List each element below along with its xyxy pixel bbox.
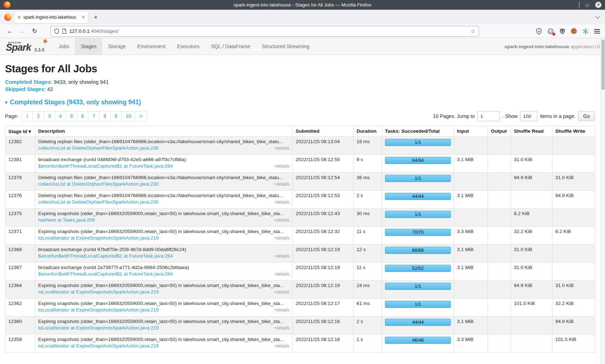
details-toggle[interactable]: +details	[274, 164, 290, 169]
stage-callsite-link[interactable]: collectAsList at DeleteOrphanFilesSparkA…	[38, 145, 158, 151]
skipped-stages-value: 42	[47, 86, 53, 92]
reload-button[interactable]: ↻	[29, 27, 40, 36]
table-row: 12371 Expiring snapshots (older_than=166…	[5, 227, 595, 245]
cookie-icon[interactable]	[571, 28, 577, 34]
tasks-cell: 44/44	[382, 191, 454, 209]
pagination-controls: 10 Pages. Jump to . Show items in a page…	[433, 111, 595, 121]
details-toggle[interactable]: +details	[274, 146, 290, 151]
duration-cell: 12 s	[354, 245, 382, 263]
page-button[interactable]: 4	[55, 111, 66, 121]
nav-item-stages[interactable]: Stages	[75, 38, 102, 55]
scrollbar-thumb[interactable]	[601, 40, 605, 90]
details-toggle[interactable]: +details	[274, 272, 290, 277]
stage-description: Deleting orphan files (older_than=166910…	[38, 193, 290, 198]
task-progress-label: 1/1	[414, 140, 421, 145]
column-header[interactable]: Submitted	[293, 126, 354, 137]
new-tab-button[interactable]: +	[91, 13, 100, 22]
stage-callsite-link[interactable]: collectAsList at DeleteOrphanFilesSparkA…	[38, 181, 158, 187]
stage-callsite-link[interactable]: hasNext at Tasks.java:209	[38, 217, 95, 223]
spark-logo[interactable]: APACHE Spark ★ 3.3.0	[4, 38, 48, 55]
scrollbar[interactable]	[600, 38, 605, 364]
nav-item-storage[interactable]: Storage	[102, 38, 131, 55]
stage-callsite-link[interactable]: toLocalIterator at ExpireSnapshotsSparkA…	[38, 289, 159, 295]
stage-callsite-link[interactable]: $anonfun$withThreadLocalCaptured$1 at Fu…	[38, 253, 173, 259]
jump-to-page-input[interactable]	[478, 111, 500, 121]
nav-item-jobs[interactable]: Jobs	[53, 38, 75, 55]
page-button[interactable]: 6	[77, 111, 89, 121]
page-button[interactable]: 9	[110, 111, 122, 121]
task-progress-label: 1/1	[414, 283, 421, 289]
mask-icon[interactable]	[547, 28, 554, 35]
page-label: Page:	[5, 113, 18, 119]
minimize-button[interactable]	[579, 2, 579, 8]
page-button[interactable]: 10	[121, 111, 136, 121]
nav-item-executors[interactable]: Executors	[171, 38, 205, 55]
stage-callsite-link[interactable]: $anonfun$withThreadLocalCaptured$1 at Fu…	[38, 163, 173, 169]
back-button[interactable]: ←	[4, 27, 16, 36]
close-button[interactable]: ×	[595, 2, 601, 8]
details-toggle[interactable]: +details	[274, 343, 290, 349]
details-toggle[interactable]: +details	[274, 308, 290, 313]
page-button[interactable]: 7	[88, 111, 99, 121]
tab-list-chevron-icon[interactable]	[595, 14, 600, 19]
ublock-shield-icon[interactable]	[559, 28, 565, 35]
stage-callsite-link[interactable]: $anonfun$withThreadLocalCaptured$1 at Fu…	[38, 271, 173, 277]
url-bar[interactable]: 127.0.0.1:4040/stages/ ☆	[50, 26, 479, 37]
stage-callsite-link[interactable]: toLocalIterator at ExpireSnapshotsSparkA…	[38, 235, 159, 241]
stage-description: Expiring snapshots (older_than=166932055…	[38, 337, 290, 342]
next-page-button[interactable]: >	[135, 111, 147, 121]
main-content: Stages for All Jobs Completed Stages: 94…	[0, 63, 605, 352]
shield-check-icon[interactable]	[536, 28, 542, 35]
page-button[interactable]: 2	[32, 111, 44, 121]
page-button[interactable]: 8	[99, 111, 111, 121]
details-toggle[interactable]: +details	[274, 254, 290, 259]
browser-tab[interactable]: ★ spark-ingest-into-lakehous ×	[14, 12, 88, 23]
column-header[interactable]: Input	[454, 126, 488, 137]
stage-description: Expiring snapshots (older_than=166932055…	[38, 283, 290, 288]
show-label: . Show	[502, 113, 518, 119]
completed-stages-section-toggle[interactable]: ▾ Completed Stages (9433, only showing 9…	[5, 99, 600, 106]
submitted-cell: 2022/11/25 08:12:55	[293, 155, 354, 173]
page-button[interactable]: 3	[44, 111, 55, 121]
duration-cell: 24 ms	[354, 281, 382, 299]
nav-item-structured-streaming[interactable]: Structured Streaming	[256, 38, 315, 55]
column-header[interactable]: Shuffle Write	[552, 126, 595, 137]
stage-callsite-link[interactable]: collectAsList at DeleteOrphanFilesSparkA…	[38, 199, 158, 205]
column-header[interactable]: Stage Id ▾	[5, 126, 35, 137]
column-header[interactable]: Output	[488, 126, 511, 137]
stage-id-cell: 12378	[5, 173, 35, 191]
column-header[interactable]: Tasks: Succeeded/Total	[382, 126, 454, 137]
page-icon	[62, 28, 67, 34]
details-toggle[interactable]: +details	[274, 182, 290, 187]
shuffle-write-cell	[552, 137, 595, 155]
input-cell: 3.1 MiB	[454, 245, 488, 263]
page-button[interactable]: 5	[66, 111, 77, 121]
input-cell	[454, 209, 488, 227]
tab-close-button[interactable]: ×	[81, 14, 85, 20]
details-toggle[interactable]: +details	[274, 290, 290, 295]
stage-callsite-link[interactable]: toLocalIterator at ExpireSnapshotsSparkA…	[38, 325, 159, 331]
details-toggle[interactable]: +details	[274, 218, 290, 223]
asterisk-icon[interactable]	[582, 28, 589, 35]
page-button[interactable]: 1	[22, 111, 33, 121]
go-button[interactable]: Go	[578, 111, 595, 121]
menu-button[interactable]	[594, 29, 600, 33]
column-header[interactable]: Duration	[354, 126, 382, 137]
stage-callsite-link[interactable]: toLocalIterator at ExpireSnapshotsSparkA…	[38, 343, 159, 349]
bookmark-star-icon[interactable]: ☆	[471, 28, 475, 35]
column-header[interactable]: Description	[35, 126, 293, 137]
details-toggle[interactable]: +details	[274, 326, 290, 331]
stage-callsite-link[interactable]: toLocalIterator at ExpireSnapshotsSparkA…	[38, 307, 159, 313]
details-toggle[interactable]: +details	[274, 200, 290, 205]
details-toggle[interactable]: +details	[274, 236, 290, 241]
maximize-button[interactable]: ◇	[586, 3, 589, 7]
show-items-input[interactable]	[520, 111, 537, 121]
nav-item-environment[interactable]: Environment	[131, 38, 171, 55]
forward-button[interactable]: →	[16, 27, 29, 36]
output-cell	[488, 335, 511, 352]
nav-item-sql-dataframe[interactable]: SQL / DataFrame	[205, 38, 256, 55]
table-row: 12375 Expiring snapshots (older_than=166…	[5, 209, 595, 227]
column-header[interactable]: Shuffle Read	[511, 126, 552, 137]
firefox-icon	[4, 14, 12, 21]
input-cell	[454, 137, 488, 155]
